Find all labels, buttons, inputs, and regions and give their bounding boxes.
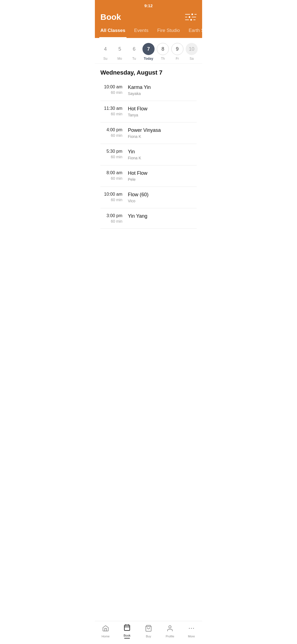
class-info-4: Hot Flow Pele <box>128 170 197 182</box>
tab-all-classes[interactable]: All Classes <box>99 25 127 38</box>
date-label-tu: Tu <box>132 57 136 61</box>
date-num-6: 6 <box>128 43 140 55</box>
date-label-su: Su <box>103 57 108 61</box>
page-title: Book <box>100 12 121 22</box>
class-info-0: Karma Yin Sayaka <box>128 84 197 96</box>
date-item-thu[interactable]: 8 Th <box>157 43 169 61</box>
date-item-wed[interactable]: 7 Today <box>142 43 155 61</box>
class-item-1[interactable]: 11:30 am 60 min Hot Flow Tanya <box>100 101 197 122</box>
date-num-4: 4 <box>99 43 111 55</box>
class-info-3: Yin Fiona K <box>128 149 197 160</box>
class-time-0: 10:00 am 60 min <box>100 84 128 95</box>
date-num-7: 7 <box>142 43 155 55</box>
class-time-5: 10:00 am 60 min <box>100 192 128 202</box>
class-list: 10:00 am 60 min Karma Yin Sayaka 11:30 a… <box>95 80 202 229</box>
class-item-6[interactable]: 3:00 pm 60 min Yin Yang <box>100 208 197 229</box>
date-label-today: Today <box>144 57 153 61</box>
date-label-th: Th <box>161 57 165 61</box>
class-item-0[interactable]: 10:00 am 60 min Karma Yin Sayaka <box>100 80 197 101</box>
class-time-3: 5:30 pm 60 min <box>100 149 128 159</box>
date-item-fri[interactable]: 9 Fr <box>171 43 183 61</box>
date-label-sa: Sa <box>189 57 194 61</box>
class-item-3[interactable]: 5:30 pm 60 min Yin Fiona K <box>100 144 197 165</box>
date-num-5: 5 <box>114 43 126 55</box>
date-heading: Wednesday, August 7 <box>95 64 202 80</box>
tab-fire-studio[interactable]: Fire Studio <box>156 25 181 38</box>
class-time-2: 4:00 pm 60 min <box>100 127 128 138</box>
class-info-6: Yin Yang <box>128 213 197 220</box>
filter-button[interactable] <box>185 13 197 21</box>
class-time-1: 11:30 am 60 min <box>100 106 128 116</box>
status-bar: 9:12 <box>95 0 202 10</box>
date-item-mon[interactable]: 5 Mo <box>114 43 126 61</box>
tab-events[interactable]: Events <box>133 25 150 38</box>
header: Book <box>95 10 202 25</box>
date-item-tue[interactable]: 6 Tu <box>128 43 140 61</box>
date-item-sun[interactable]: 4 Su <box>99 43 111 61</box>
class-info-2: Power Vinyasa Fiona K <box>128 127 197 139</box>
date-picker: 4 Su 5 Mo 6 Tu 7 Today 8 Th 9 Fr 10 Sa <box>95 38 202 64</box>
date-item-sat[interactable]: 10 Sa <box>186 43 198 61</box>
class-time-6: 3:00 pm 60 min <box>100 213 128 223</box>
date-label-mo: Mo <box>117 57 122 61</box>
tab-earth-studio[interactable]: Earth Studio <box>188 25 202 38</box>
class-time-4: 8:00 am 60 min <box>100 170 128 181</box>
date-num-10: 10 <box>186 43 198 55</box>
status-time: 9:12 <box>144 3 153 8</box>
class-item-5[interactable]: 10:00 am 60 min Flow (60) Vico <box>100 187 197 208</box>
date-num-8: 8 <box>157 43 169 55</box>
class-info-5: Flow (60) Vico <box>128 192 197 203</box>
class-info-1: Hot Flow Tanya <box>128 106 197 117</box>
class-item-2[interactable]: 4:00 pm 60 min Power Vinyasa Fiona K <box>100 122 197 144</box>
date-num-9: 9 <box>171 43 183 55</box>
class-item-4[interactable]: 8:00 am 60 min Hot Flow Pele <box>100 165 197 187</box>
tab-navigation: All Classes Events Fire Studio Earth Stu… <box>95 25 202 38</box>
date-label-fr: Fr <box>176 57 179 61</box>
